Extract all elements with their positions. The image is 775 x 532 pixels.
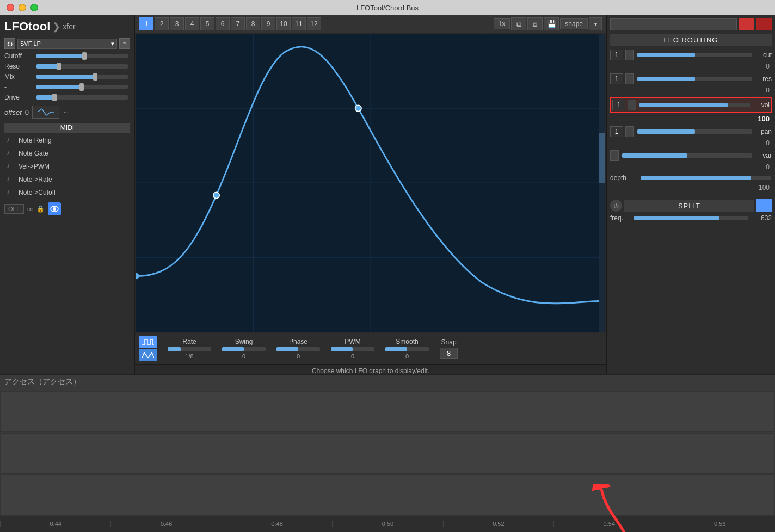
shape-btn-1[interactable]: [139, 336, 157, 348]
paste-btn[interactable]: ⧈: [527, 17, 543, 30]
tab-7[interactable]: 7: [231, 17, 245, 30]
split-row: ⏻ SPLIT: [610, 199, 772, 212]
offset-dots[interactable]: ···: [64, 109, 68, 115]
swing-slider[interactable]: [222, 347, 266, 351]
routing-slider-pan[interactable]: [637, 129, 752, 134]
split-power-btn[interactable]: ⏻: [610, 200, 622, 212]
vel-pwm-label: Vel->PWM: [19, 163, 50, 170]
dash-row: -: [4, 83, 130, 91]
lfo-logo: LFOtool: [4, 20, 50, 34]
routing-slider-res[interactable]: [637, 77, 752, 81]
reso-slider[interactable]: [36, 64, 128, 69]
lfo-header: LFOtool ❯ xfer: [4, 20, 130, 34]
routing-micro-slider-var[interactable]: [610, 150, 619, 161]
routing-num-cut[interactable]: 1: [610, 50, 623, 60]
routing-val-vol: 100: [758, 115, 770, 123]
routing-num-vol[interactable]: 1: [612, 100, 625, 110]
lfo-graph[interactable]: [136, 34, 605, 332]
right-panel: LFO ROUTING 1 cut 0 1 res 0 1: [606, 15, 775, 374]
shape-dropdown[interactable]: ▾: [589, 17, 602, 30]
minimize-button[interactable]: [19, 4, 26, 11]
freq-slider[interactable]: [634, 216, 748, 220]
window-title: LFOTool/Chord Bus: [356, 4, 419, 12]
arrow-annotation: [591, 484, 639, 532]
close-button[interactable]: [7, 4, 14, 11]
ruler-mark-2: 0:46: [110, 521, 221, 527]
multiplier-display[interactable]: 1x: [494, 18, 510, 29]
rate-value: 1/8: [185, 353, 193, 360]
midi-item-note-gate[interactable]: ♪ Note Gate: [4, 148, 130, 159]
rate-slider[interactable]: [168, 347, 211, 351]
offset-shape-btn[interactable]: [32, 106, 59, 119]
tab-12[interactable]: 12: [307, 17, 321, 30]
dash-slider[interactable]: [36, 85, 128, 89]
tab-1[interactable]: 1: [139, 17, 153, 30]
bottom-controls: OFF cc 🔒: [4, 202, 130, 215]
routing-row-depth: depth: [610, 174, 772, 182]
routing-slider-cut[interactable]: [637, 53, 752, 57]
routing-slider-vol[interactable]: [639, 103, 750, 107]
routing-micro-slider-pan[interactable]: [625, 126, 634, 137]
off-button[interactable]: OFF: [4, 204, 24, 214]
maximize-button[interactable]: [30, 4, 38, 11]
mix-row: Mix: [4, 73, 130, 81]
filter-type-label: SVF LP: [20, 40, 41, 47]
lock-icon[interactable]: 🔒: [36, 205, 45, 213]
filter-type-dropdown[interactable]: SVF LP ▾: [17, 39, 117, 49]
red-btn-1[interactable]: [739, 18, 754, 30]
routing-slider-depth[interactable]: [641, 176, 771, 180]
save-btn[interactable]: 💾: [544, 17, 559, 30]
tab-3[interactable]: 3: [170, 17, 184, 30]
tab-6[interactable]: 6: [216, 17, 230, 30]
offset-label: offset: [4, 108, 22, 116]
tab-9[interactable]: 9: [261, 17, 275, 30]
bottom-bar: Rate 1/8 Swing 0 Phase 0: [135, 333, 606, 364]
tab-8[interactable]: 8: [246, 17, 260, 30]
split-color-indicator: [756, 199, 772, 212]
routing-num-res[interactable]: 1: [610, 73, 623, 84]
power-icon[interactable]: ⏻: [4, 38, 15, 49]
routing-micro-slider-cut[interactable]: [625, 50, 634, 60]
drive-label: Drive: [4, 94, 34, 101]
pwm-label: PWM: [345, 338, 360, 345]
cc-button[interactable]: cc: [27, 206, 33, 212]
routing-val-row-res: 0: [610, 86, 772, 94]
drive-row: Drive: [4, 94, 130, 101]
filter-menu-btn[interactable]: ≡: [119, 38, 130, 49]
tab-5[interactable]: 5: [200, 17, 214, 30]
ruler-mark-4: 0:50: [332, 521, 442, 527]
cutoff-slider[interactable]: [36, 54, 128, 58]
mix-slider[interactable]: [36, 75, 128, 79]
window-controls[interactable]: [7, 4, 38, 11]
shape-btn-2[interactable]: [139, 349, 157, 361]
midi-item-note-retrig[interactable]: ♪ Note Retrig: [4, 135, 130, 146]
search-input[interactable]: [610, 18, 737, 30]
routing-micro-slider-res[interactable]: [625, 73, 634, 84]
routing-slider-var[interactable]: [622, 153, 752, 158]
drive-slider[interactable]: [36, 95, 128, 100]
snap-value[interactable]: 8: [440, 348, 458, 359]
tab-11[interactable]: 11: [292, 17, 306, 30]
shape-label: shape: [560, 18, 588, 29]
tab-4[interactable]: 4: [185, 17, 199, 30]
tab-10[interactable]: 10: [276, 17, 291, 30]
note-retrig-label: Note Retrig: [19, 137, 52, 144]
copy-btn[interactable]: ⧉: [511, 17, 526, 30]
routing-label-res: res: [755, 75, 772, 83]
cutoff-label: Cutoff: [4, 52, 34, 60]
midi-item-vel-pwm[interactable]: ♪ Vel->PWM: [4, 161, 130, 172]
phase-slider[interactable]: [276, 347, 320, 351]
eye-icon[interactable]: [48, 202, 61, 215]
tab-bar: 1 2 3 4 5 6 7 8 9 10 11 12 1x ⧉ ⧈ 💾 shap…: [135, 15, 606, 33]
midi-item-note-cutoff[interactable]: ♪ Note->Cutoff: [4, 187, 130, 198]
midi-item-note-rate[interactable]: ♪ Note->Rate: [4, 174, 130, 185]
smooth-slider[interactable]: [385, 347, 429, 351]
pwm-slider[interactable]: [331, 347, 374, 351]
routing-num-pan[interactable]: 1: [610, 126, 623, 137]
routing-row-vol: 1 vol: [610, 97, 772, 113]
svg-point-1: [53, 207, 56, 211]
japanese-label: アクセス（アクセス）: [4, 377, 81, 387]
tab-2[interactable]: 2: [155, 17, 169, 30]
routing-micro-slider-vol[interactable]: [628, 100, 636, 110]
red-btn-2[interactable]: [756, 18, 772, 30]
